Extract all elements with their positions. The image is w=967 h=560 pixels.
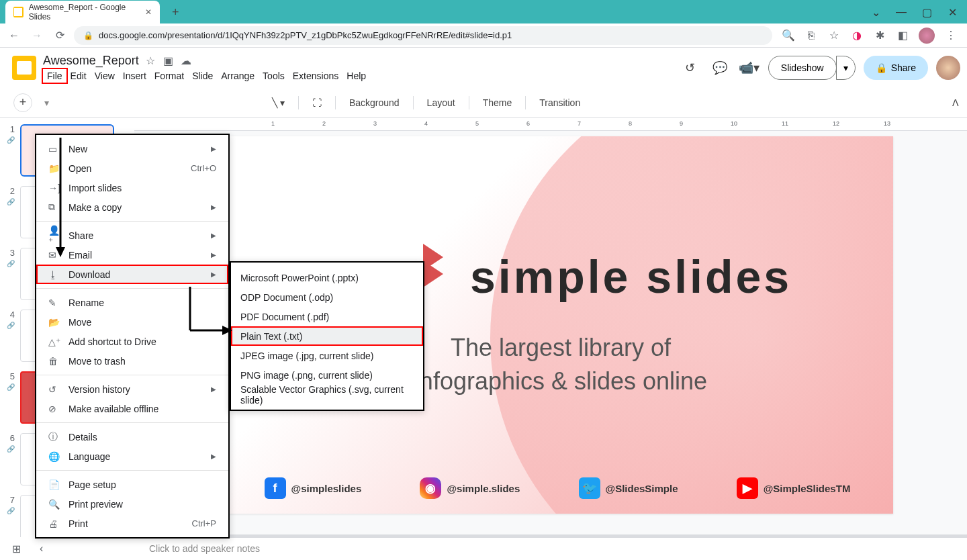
link-icon: 🔗	[7, 322, 15, 329]
slideshow-button[interactable]: Slideshow	[768, 56, 837, 80]
transition-button[interactable]: Transition	[534, 95, 586, 111]
facebook-icon: f	[265, 477, 286, 499]
doc-title[interactable]: Awesome_Report	[43, 54, 139, 68]
expand-toolbar-button[interactable]: ᐱ	[952, 97, 959, 108]
grid-view-icon[interactable]: ⊞	[12, 543, 21, 555]
svg-marker-1	[56, 247, 65, 257]
file-menu-trash[interactable]: 🗑Move to trash	[36, 351, 228, 371]
file-menu-offline[interactable]: ⊘Make available offline	[36, 399, 228, 418]
link-icon: 🔗	[7, 383, 15, 391]
file-menu-download[interactable]: ⭳Download▶	[36, 265, 228, 284]
history-icon[interactable]: ↺	[680, 57, 701, 79]
info-icon: ⓘ	[48, 431, 60, 443]
download-pptx[interactable]: Microsoft PowerPoint (.pptx)	[231, 268, 423, 287]
bottom-bar: ⊞ ‹	[0, 537, 134, 560]
background-button[interactable]: Background	[344, 95, 405, 111]
new-tab-button[interactable]: +	[165, 1, 186, 24]
zoom-icon[interactable]: 🔍	[782, 29, 795, 42]
layout-button[interactable]: Layout	[422, 95, 461, 111]
decorative-arrows	[423, 244, 463, 284]
download-txt[interactable]: Plain Text (.txt)	[231, 326, 423, 346]
file-menu-print[interactable]: 🖨PrintCtrl+P	[36, 514, 228, 533]
menu-format[interactable]: Format	[150, 69, 188, 83]
account-avatar[interactable]	[936, 56, 960, 80]
new-slide-button[interactable]: +	[13, 93, 32, 112]
menu-icon[interactable]: ⋮	[944, 29, 958, 42]
fit-tool[interactable]: ⛶	[307, 95, 327, 111]
link-icon: 🔗	[7, 136, 15, 144]
download-svg[interactable]: Scalable Vector Graphics (.svg, current …	[231, 385, 423, 404]
menu-insert[interactable]: Insert	[119, 69, 150, 83]
back-button[interactable]: ←	[5, 27, 23, 44]
download-png[interactable]: PNG image (.png, current slide)	[231, 365, 423, 385]
line-tool[interactable]: ╲ ▾	[267, 95, 290, 111]
star-icon[interactable]: ☆	[146, 54, 158, 66]
move-icon: 📂	[48, 317, 60, 328]
theme-button[interactable]: Theme	[477, 95, 518, 111]
slideshow-dropdown[interactable]: ▾	[836, 56, 856, 80]
maximize-button[interactable]: ▢	[920, 5, 933, 19]
minimize-button[interactable]: —	[894, 5, 908, 19]
app-header: Awesome_Report ☆ ▣ ☁ File Edit View Inse…	[0, 48, 967, 88]
svg-marker-4	[222, 326, 232, 335]
annotation-arrow-1	[54, 138, 67, 259]
browser-tab-bar: Awesome_Report - Google Slides ✕ + ⌄ — ▢…	[0, 0, 967, 24]
offline-icon: ⊘	[48, 404, 60, 414]
present-camera-icon[interactable]: 📹▾	[739, 57, 760, 79]
puzzle-icon[interactable]: ✱	[873, 29, 886, 42]
file-menu-language[interactable]: 🌐Language▶	[36, 447, 228, 466]
cloud-status-icon[interactable]: ☁	[181, 54, 193, 66]
globe-icon: 🌐	[48, 451, 60, 462]
preview-icon: 🔍	[48, 499, 60, 510]
menu-view[interactable]: View	[91, 69, 119, 83]
file-menu-page-setup[interactable]: 📄Page setup	[36, 475, 228, 494]
share-button[interactable]: 🔒 Share	[864, 56, 928, 80]
address-bar: ← → ⟳ 🔒 docs.google.com/presentation/d/1…	[0, 24, 967, 48]
menu-file[interactable]: File	[43, 69, 66, 83]
print-icon: 🖨	[48, 518, 60, 529]
close-window-button[interactable]: ✕	[946, 5, 959, 19]
page-icon: 📄	[48, 479, 60, 490]
menu-tools[interactable]: Tools	[259, 69, 289, 83]
download-jpeg[interactable]: JPEG image (.jpg, current slide)	[231, 346, 423, 365]
link-icon: 🔗	[7, 507, 15, 514]
bookmark-icon[interactable]: ☆	[827, 29, 841, 42]
file-menu-details[interactable]: ⓘDetails	[36, 427, 228, 447]
file-menu-version[interactable]: ↺Version history▶	[36, 379, 228, 399]
youtube-icon: ▶	[737, 477, 758, 499]
download-submenu: Microsoft PowerPoint (.pptx) ODP Documen…	[230, 261, 424, 411]
file-menu-preview[interactable]: 🔍Print preview	[36, 494, 228, 514]
drive-shortcut-icon: △⁺	[48, 336, 60, 347]
slides-favicon	[13, 7, 24, 17]
slides-app-icon[interactable]	[12, 56, 36, 80]
tab-title: Awesome_Report - Google Slides	[29, 3, 140, 21]
menubar: File Edit View Insert Format Slide Arran…	[43, 69, 370, 83]
social-row: f@simpleslides ◉@simple.slides 🐦@SlidesS…	[222, 477, 893, 499]
slide-title: simple slides	[470, 250, 792, 303]
forward-button[interactable]: →	[28, 27, 46, 44]
toolbar: + ▾ ╲ ▾ ⛶ Background Layout Theme Transi…	[0, 88, 967, 118]
close-tab-icon[interactable]: ✕	[145, 7, 152, 17]
profile-avatar[interactable]	[919, 28, 935, 44]
menu-extensions[interactable]: Extensions	[289, 69, 342, 83]
move-folder-icon[interactable]: ▣	[163, 54, 175, 66]
chevron-down-icon[interactable]: ⌄	[869, 5, 882, 19]
browser-tab[interactable]: Awesome_Report - Google Slides ✕	[5, 1, 160, 24]
download-odp[interactable]: ODP Document (.odp)	[231, 287, 423, 307]
speaker-notes[interactable]: Click to add speaker notes	[134, 537, 967, 560]
menu-arrange[interactable]: Arrange	[217, 69, 259, 83]
menu-slide[interactable]: Slide	[188, 69, 217, 83]
url-field[interactable]: 🔒 docs.google.com/presentation/d/1IQqYNF…	[74, 26, 772, 45]
menu-edit[interactable]: Edit	[66, 69, 91, 83]
collapse-panel-icon[interactable]: ‹	[40, 543, 43, 555]
download-pdf[interactable]: PDF Document (.pdf)	[231, 307, 423, 326]
share-url-icon[interactable]: ⎘	[804, 29, 818, 42]
download-icon: ⭳	[48, 269, 60, 280]
comments-icon[interactable]: 💬	[709, 57, 731, 79]
reload-button[interactable]: ⟳	[51, 27, 68, 44]
sidepanel-icon[interactable]: ◧	[896, 29, 909, 42]
trash-icon: 🗑	[48, 356, 60, 367]
menu-help[interactable]: Help	[342, 69, 370, 83]
extension-icon[interactable]: ◑	[850, 29, 864, 42]
new-slide-dropdown[interactable]: ▾	[44, 97, 49, 108]
